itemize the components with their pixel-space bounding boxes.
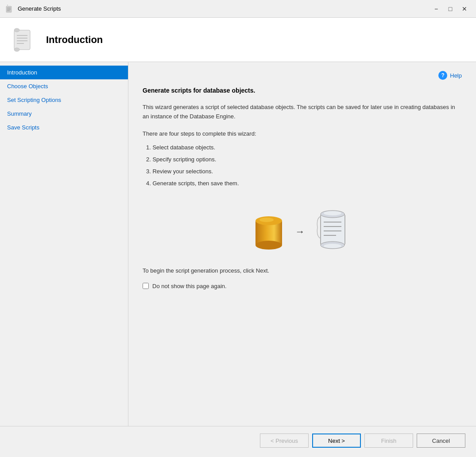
wizard-body: Introduction Choose Objects Set Scriptin…: [0, 62, 476, 426]
wizard-footer: < Previous Next > Finish Cancel: [0, 426, 476, 457]
step-4: 4. Generate scripts, then save them.: [146, 180, 462, 187]
svg-point-10: [14, 48, 19, 51]
content-top: ? Help: [143, 71, 462, 80]
svg-point-13: [259, 218, 274, 222]
minimize-button[interactable]: −: [430, 4, 442, 13]
checkbox-row: Do not show this page again.: [143, 283, 462, 289]
nav-item-summary[interactable]: Summary: [0, 107, 128, 121]
illustration-area: →: [143, 210, 462, 254]
help-label: Help: [450, 72, 462, 79]
svg-point-5: [14, 28, 19, 32]
svg-point-19: [324, 244, 341, 248]
window-title: Generate Scripts: [18, 5, 61, 12]
finish-button[interactable]: Finish: [364, 434, 413, 448]
nav-item-choose-objects[interactable]: Choose Objects: [0, 79, 128, 93]
nav-item-introduction[interactable]: Introduction: [0, 66, 128, 79]
wizard-nav: Introduction Choose Objects Set Scriptin…: [0, 62, 128, 426]
wizard-header-icon: [11, 27, 37, 53]
svg-point-14: [255, 241, 282, 250]
svg-rect-4: [14, 30, 30, 50]
step-3: 3. Review your selections.: [146, 168, 462, 175]
wizard-content: ? Help Generate scripts for database obj…: [128, 62, 476, 426]
checkbox-label[interactable]: Do not show this page again.: [152, 283, 227, 289]
wizard-header: Introduction: [0, 18, 476, 62]
svg-rect-15: [321, 214, 345, 245]
nav-item-set-scripting-options[interactable]: Set Scripting Options: [0, 93, 128, 107]
begin-text: To begin the script generation process, …: [143, 267, 462, 274]
help-link[interactable]: ? Help: [438, 71, 462, 80]
do-not-show-checkbox[interactable]: [143, 283, 149, 289]
nav-item-save-scripts[interactable]: Save Scripts: [0, 121, 128, 134]
maximize-button[interactable]: □: [444, 4, 457, 13]
previous-button[interactable]: < Previous: [260, 434, 309, 448]
app-icon: [5, 4, 14, 13]
step-2: 2. Specify scripting options.: [146, 156, 462, 163]
database-icon: [251, 212, 286, 252]
arrow-icon: →: [295, 226, 305, 238]
content-heading: Generate scripts for database objects.: [143, 87, 462, 94]
close-button[interactable]: ✕: [458, 4, 471, 13]
title-bar: Generate Scripts − □ ✕: [0, 0, 476, 18]
scroll-illustration-icon: [314, 210, 354, 254]
svg-point-17: [324, 211, 341, 215]
help-icon: ?: [438, 71, 447, 80]
next-button[interactable]: Next >: [312, 434, 361, 448]
title-bar-left: Generate Scripts: [5, 4, 61, 13]
title-bar-controls: − □ ✕: [430, 4, 471, 13]
steps-heading: There are four steps to complete this wi…: [143, 130, 462, 137]
wizard-title: Introduction: [46, 34, 103, 46]
content-description: This wizard generates a script of select…: [143, 103, 462, 121]
step-1: 1. Select database objects.: [146, 144, 462, 151]
cancel-button[interactable]: Cancel: [417, 434, 465, 448]
